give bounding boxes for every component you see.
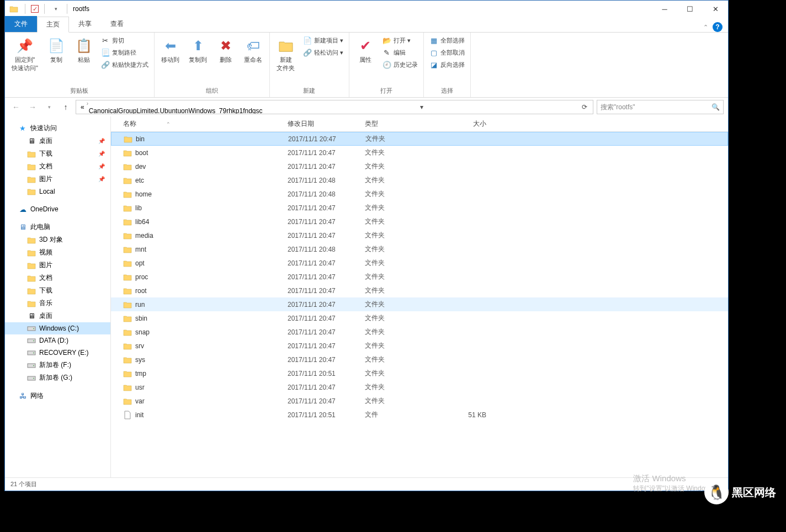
back-button[interactable]: ← (9, 100, 23, 114)
folder-icon (123, 176, 132, 185)
file-row-tmp[interactable]: tmp2017/11/1 20:51文件夹 (111, 366, 728, 380)
copypath-button[interactable]: 📃复制路径 (99, 47, 151, 58)
selectnone-button[interactable]: ▢全部取消 (427, 47, 467, 58)
selectall-button[interactable]: ▦全部选择 (427, 35, 467, 46)
easyaccess-button[interactable]: 🔗轻松访问 ▾ (301, 47, 346, 58)
invert-button[interactable]: ◪反向选择 (427, 59, 467, 70)
ribbon-tabs: 文件 主页 共享 查看 ⌃ ? (5, 17, 728, 33)
nav-item-下载[interactable]: 下载 (5, 284, 110, 297)
file-row-bin[interactable]: bin2017/11/1 20:47文件夹 (111, 132, 728, 146)
paste-button[interactable]: 📋粘贴 (71, 35, 97, 66)
tab-share[interactable]: 共享 (69, 16, 101, 32)
file-row-opt[interactable]: opt2017/11/1 20:47文件夹 (111, 256, 728, 270)
nav-item-视频[interactable]: 视频 (5, 246, 110, 259)
nav-item-音乐[interactable]: 音乐 (5, 297, 110, 310)
breadcrumb-CanonicalGroupLimited.UbuntuonWindows_79rhkp1fndgsc[interactable]: CanonicalGroupLimited.UbuntuonWindows_79… (87, 107, 265, 114)
refresh-button[interactable]: ⟳ (578, 103, 591, 111)
file-row-sbin[interactable]: sbin2017/11/1 20:47文件夹 (111, 311, 728, 325)
folder-icon (124, 135, 132, 143)
file-row-proc[interactable]: proc2017/11/1 20:47文件夹 (111, 270, 728, 284)
edit-button[interactable]: ✎编辑 (380, 47, 420, 58)
copy-button[interactable]: 📄复制 (44, 35, 69, 66)
file-row-dev[interactable]: dev2017/11/1 20:47文件夹 (111, 159, 728, 173)
folder-icon (123, 314, 132, 323)
address-bar[interactable]: « AppData›Local›Packages›CanonicalGroupL… (76, 100, 593, 114)
open-button[interactable]: 📂打开 ▾ (380, 35, 420, 46)
qat-checkbox[interactable]: ✓ (31, 5, 39, 13)
nav-item-3D 对象[interactable]: 3D 对象 (5, 233, 110, 246)
nav-item-Windows (C:)[interactable]: Windows (C:) (5, 322, 110, 334)
folder-icon (123, 259, 132, 268)
cut-button[interactable]: ✂剪切 (99, 35, 151, 46)
file-list: bin2017/11/1 20:47文件夹boot2017/11/1 20:47… (111, 132, 728, 477)
history-button[interactable]: 🕘历史记录 (380, 59, 420, 70)
search-input[interactable]: 搜索"rootfs" 🔍 (597, 100, 724, 114)
file-row-mnt[interactable]: mnt2017/11/1 20:48文件夹 (111, 242, 728, 256)
pasteshortcut-button[interactable]: 🔗粘贴快捷方式 (99, 59, 151, 70)
nav-quickaccess[interactable]: ★快速访问 (5, 122, 110, 135)
maximize-button[interactable]: ☐ (677, 1, 703, 17)
nav-item-文档[interactable]: 文档📌 (5, 160, 110, 173)
tab-view[interactable]: 查看 (101, 16, 133, 32)
tab-home[interactable]: 主页 (37, 17, 69, 33)
file-row-var[interactable]: var2017/11/1 20:47文件夹 (111, 394, 728, 408)
newitem-button[interactable]: 📄新建项目 ▾ (301, 35, 346, 46)
file-row-init[interactable]: init2017/11/1 20:51文件51 KB (111, 408, 728, 422)
up-button[interactable]: ↑ (59, 100, 72, 114)
file-row-lib64[interactable]: lib642017/11/1 20:47文件夹 (111, 215, 728, 228)
sort-asc-icon: ⌃ (166, 121, 171, 127)
folder-icon (123, 148, 132, 157)
tab-file[interactable]: 文件 (5, 16, 37, 32)
recent-dropdown[interactable]: ▾ (43, 100, 56, 114)
nav-item-RECOVERY (E:)[interactable]: RECOVERY (E:) (5, 347, 110, 359)
forward-button[interactable]: → (26, 100, 39, 114)
copyto-button[interactable]: ⬆复制到 (185, 35, 211, 66)
help-icon[interactable]: ? (713, 22, 723, 32)
nav-item-下载[interactable]: 下载📌 (5, 147, 110, 160)
delete-button[interactable]: ✖删除 (213, 35, 238, 66)
qat-dropdown[interactable]: ▾ (50, 3, 61, 14)
nav-item-图片[interactable]: 图片📌 (5, 173, 110, 185)
nav-item-图片[interactable]: 图片 (5, 259, 110, 272)
file-row-lib[interactable]: lib2017/11/1 20:47文件夹 (111, 201, 728, 215)
selectnone-icon: ▢ (429, 48, 438, 57)
col-modified[interactable]: 修改日期 (282, 119, 359, 129)
file-row-media[interactable]: media2017/11/1 20:47文件夹 (111, 228, 728, 242)
file-row-etc[interactable]: etc2017/11/1 20:48文件夹 (111, 173, 728, 187)
minimize-button[interactable]: ─ (652, 1, 677, 17)
col-size[interactable]: 大小 (437, 119, 492, 129)
file-row-srv[interactable]: srv2017/11/1 20:47文件夹 (111, 339, 728, 353)
col-name[interactable]: 名称⌃ (111, 119, 282, 129)
file-row-sys[interactable]: sys2017/11/1 20:47文件夹 (111, 353, 728, 366)
file-row-root[interactable]: root2017/11/1 20:47文件夹 (111, 284, 728, 297)
newfolder-button[interactable]: 新建 文件夹 (273, 35, 299, 75)
file-row-boot[interactable]: boot2017/11/1 20:47文件夹 (111, 146, 728, 159)
folder-icon (123, 286, 132, 295)
file-row-run[interactable]: run2017/11/1 20:47文件夹 (111, 297, 728, 311)
col-type[interactable]: 类型 (359, 119, 437, 129)
collapse-ribbon-icon[interactable]: ⌃ (703, 24, 708, 31)
nav-onedrive[interactable]: ☁OneDrive (5, 203, 110, 215)
properties-button[interactable]: ✔属性 (353, 35, 378, 66)
nav-item-桌面[interactable]: 🖥桌面 (5, 310, 110, 322)
nav-item-Local[interactable]: Local (5, 185, 110, 198)
rename-button[interactable]: 🏷重命名 (241, 35, 266, 66)
pin-button[interactable]: 📌固定到" 快速访问" (8, 35, 41, 75)
penguin-icon: 🐧 (704, 480, 729, 504)
nav-thispc[interactable]: 🖥此电脑 (5, 221, 110, 233)
close-button[interactable]: ✕ (703, 1, 728, 17)
drive-icon (27, 361, 36, 370)
nav-item-新加卷 (F:)[interactable]: 新加卷 (F:) (5, 359, 110, 371)
shortcut-icon: 🔗 (101, 60, 110, 69)
nav-item-DATA (D:)[interactable]: DATA (D:) (5, 334, 110, 347)
file-row-snap[interactable]: snap2017/11/1 20:47文件夹 (111, 325, 728, 339)
nav-item-新加卷 (G:)[interactable]: 新加卷 (G:) (5, 371, 110, 384)
moveto-button[interactable]: ⬅移动到 (158, 35, 183, 66)
folder-icon (123, 204, 132, 212)
file-row-usr[interactable]: usr2017/11/1 20:47文件夹 (111, 380, 728, 394)
nav-network[interactable]: 🖧网络 (5, 390, 110, 402)
nav-item-文档[interactable]: 文档 (5, 272, 110, 284)
nav-item-桌面[interactable]: 🖥桌面📌 (5, 135, 110, 147)
file-row-home[interactable]: home2017/11/1 20:48文件夹 (111, 187, 728, 201)
folder-icon (123, 369, 132, 378)
